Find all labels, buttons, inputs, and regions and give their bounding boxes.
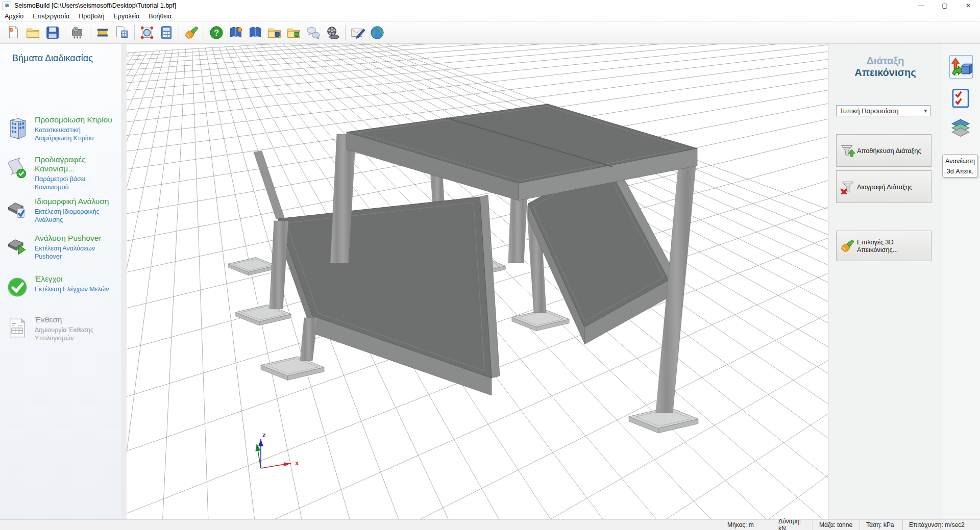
rp-button-label: Επιλογές 3D Απεικόνισης... <box>857 238 931 254</box>
step-subtitle-link[interactable]: Εκτέλεση Ιδιομορφικής Ανάλυσης <box>35 208 117 224</box>
svg-text:?: ? <box>214 29 219 37</box>
scroll-check-icon <box>6 156 29 180</box>
paintbrush-icon[interactable] <box>184 25 199 40</box>
procedure-steps-panel: Βήματα Διαδικασίας Προσομοίωση ΚτιρίουΚα… <box>0 44 121 519</box>
step-title[interactable]: Έλεγχοι <box>35 274 117 284</box>
step-subtitle-link[interactable]: Παράμετροι βάσει Κανονισμού <box>35 175 117 191</box>
3d-model-viewport[interactable]: xz <box>127 44 828 519</box>
calculator-icon[interactable] <box>159 25 174 40</box>
chip-play-icon <box>6 235 29 258</box>
rp-button-0[interactable]: Αποθήκευση Διάταξης <box>836 134 932 167</box>
eigen-molecule-icon[interactable] <box>139 25 155 40</box>
window-title: SeismoBuild [C:\Users\seismosoft\Desktop… <box>14 2 176 9</box>
display-layout-title: Διάταξη Απεικόνισης <box>828 55 942 79</box>
video-tutorials-icon[interactable] <box>325 25 340 40</box>
title-bar: ≋ SeismoBuild [C:\Users\seismosoft\Deskt… <box>0 0 980 11</box>
presentation-select-value: Τυπική Παρουσίαση <box>840 107 898 115</box>
folder-forward-icon[interactable] <box>286 25 302 40</box>
step-title[interactable]: Ιδιομορφική Ανάλυση <box>35 197 117 206</box>
sidebar-step-0[interactable]: Προσομοίωση ΚτιρίουΚατασκευαστική Διαμόρ… <box>5 115 117 142</box>
new-file-icon[interactable] <box>6 25 21 40</box>
green-check-icon <box>6 275 29 299</box>
sidebar-step-2[interactable]: Ιδιομορφική ΑνάλυσηΕκτέλεση Ιδιομορφικής… <box>5 197 117 224</box>
toolbar-separator <box>65 25 65 40</box>
frame-element-icon[interactable] <box>95 25 110 40</box>
website-globe-icon[interactable] <box>370 25 385 40</box>
toolbar-separator <box>90 25 90 40</box>
status-cell-3: Τάση: kPa <box>860 520 902 530</box>
step-title[interactable]: Προσομοίωση Κτιρίου <box>35 115 117 124</box>
funnel-delete-icon <box>840 179 855 194</box>
chat-bubbles-icon[interactable] <box>306 25 321 40</box>
status-cell-1: Δύναμη: kN <box>772 520 813 530</box>
chip-check-icon <box>6 198 29 221</box>
rp-button-label: Αποθήκευση Διάταξης <box>857 147 921 155</box>
status-cell-2: Μάζα: tonne <box>813 520 860 530</box>
book-check-icon[interactable] <box>248 25 263 40</box>
toolbar-separator <box>345 25 346 40</box>
3d-structure-render: xz <box>127 44 828 520</box>
seismobuild-window: ≋ SeismoBuild [C:\Users\seismosoft\Deskt… <box>0 0 980 530</box>
email-icon[interactable] <box>350 25 365 40</box>
menu-bar: ΑρχείοΕπεξεργασίαΠροβολήΕργαλείαΒοήθεια <box>0 11 980 21</box>
processor-settings-icon[interactable] <box>70 25 85 40</box>
step-title[interactable]: Έκθεση <box>35 315 117 324</box>
step-title[interactable]: Προδιαγραφές Κανονισμ... <box>35 155 117 173</box>
procedure-steps-title: Βήματα Διαδικασίας <box>12 53 93 64</box>
toolbar-separator <box>134 25 135 40</box>
menu-item-2[interactable]: Προβολή <box>74 12 109 21</box>
sidebar-step-3[interactable]: Ανάλυση PushoverΕκτέλεση Αναλύσεων Pusho… <box>5 234 117 261</box>
scene-root: xz <box>127 44 828 520</box>
axis-z-label: z <box>262 431 266 439</box>
step-subtitle-link[interactable]: Κατασκευαστική Διαμόρφωση Κτιρίου <box>35 127 117 142</box>
open-folder-icon[interactable] <box>26 25 41 40</box>
help-icon[interactable]: ? <box>209 25 224 40</box>
status-cell-4: Επιτάχυνση: m/sec2 <box>902 520 980 530</box>
funnel-save-icon <box>840 143 855 158</box>
rp-button-label: Διαγραφή Διάταξης <box>857 183 912 191</box>
rp-button-1[interactable]: Διαγραφή Διάταξης <box>836 170 932 203</box>
sidebar-step-1[interactable]: Προδιαγραφές Κανονισμ...Παράμετροι βάσει… <box>5 155 117 191</box>
report-building-icon[interactable] <box>114 25 130 40</box>
report-doc-icon <box>6 316 29 340</box>
toolbar-separator <box>179 25 179 40</box>
save-icon[interactable] <box>45 25 60 40</box>
menu-item-0[interactable]: Αρχείο <box>0 12 28 21</box>
step-subtitle-link[interactable]: Εκτέλεση Αναλύσεων Pushover <box>35 245 117 261</box>
display-layout-panel: Διάταξη Απεικόνισης Τυπική Παρουσίαση ▾ … <box>828 44 942 519</box>
toolbar-separator <box>204 25 204 40</box>
maximize-button[interactable]: ▢ <box>933 0 957 11</box>
book-star-icon[interactable] <box>228 25 243 40</box>
close-button[interactable]: ✕ <box>957 0 980 11</box>
roof-slab <box>347 104 697 200</box>
folder-building-icon[interactable] <box>267 25 282 40</box>
brush-icon <box>840 238 855 254</box>
axis-x-label: x <box>295 459 299 467</box>
toolbar: ? <box>0 21 980 44</box>
checks-list-icon[interactable] <box>949 87 972 109</box>
axis-triad: xz <box>255 431 299 468</box>
chevron-down-icon: ▾ <box>924 108 927 114</box>
building-icon <box>6 116 29 140</box>
status-cell-0: Μήκος: m <box>721 520 772 530</box>
status-bar: Μήκος: mΔύναμη: kNΜάζα: tonneΤάση: kPaΕπ… <box>0 519 980 530</box>
refresh-3d-tooltip[interactable]: Ανανέωση 3d Απεικ. <box>942 154 978 178</box>
minimize-button[interactable]: — <box>910 0 933 11</box>
deformed-shape-3d-icon[interactable] <box>949 55 973 79</box>
rp-button-2[interactable]: Επιλογές 3D Απεικόνισης... <box>836 231 932 261</box>
step-subtitle-link[interactable]: Δημιουργία Έκθεσης Υπολογισμών <box>35 326 117 342</box>
presentation-select[interactable]: Τυπική Παρουσίαση ▾ <box>836 105 930 116</box>
view-tools-strip <box>942 44 980 519</box>
menu-item-4[interactable]: Βοήθεια <box>144 12 176 21</box>
slab-layers-icon[interactable] <box>949 115 972 138</box>
step-title[interactable]: Ανάλυση Pushover <box>35 234 117 243</box>
app-logo-icon: ≋ <box>3 2 11 10</box>
menu-item-1[interactable]: Επεξεργασία <box>28 12 74 21</box>
step-subtitle-link[interactable]: Εκτέλεση Ελέγχων Μελών <box>35 286 117 294</box>
sidebar-step-5[interactable]: ΈκθεσηΔημιουργία Έκθεσης Υπολογισμών <box>5 315 117 342</box>
sidebar-step-4[interactable]: ΈλεγχοιΕκτέλεση Ελέγχων Μελών <box>5 274 117 294</box>
menu-item-3[interactable]: Εργαλεία <box>109 12 144 21</box>
